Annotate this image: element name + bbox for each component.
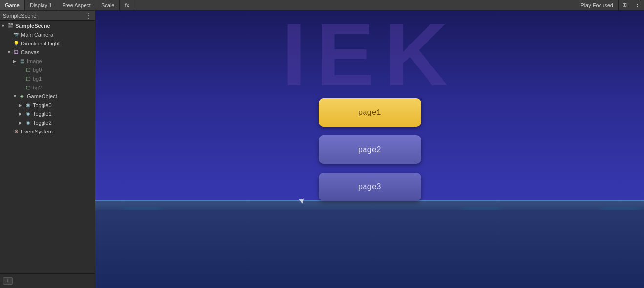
gameobject-icon: ◈ bbox=[19, 93, 25, 100]
main-area: SampleScene ⋮ ▼ 🎬 SampleScene 📷 Main Cam… bbox=[0, 11, 644, 288]
tab-fx[interactable]: fx bbox=[120, 0, 134, 10]
hierarchy-item-toggle2[interactable]: ▶ ◉ Toggle2 bbox=[0, 118, 95, 127]
page2-button[interactable]: page2 bbox=[319, 135, 421, 164]
tab-game[interactable]: Game bbox=[0, 0, 25, 10]
toggle1-icon: ◉ bbox=[24, 111, 31, 117]
expand-arrow-canvas: ▼ bbox=[7, 50, 12, 55]
hierarchy-more-icon[interactable]: ⋮ bbox=[85, 12, 92, 20]
hierarchy-item-eventsystem[interactable]: ⚙ EventSystem bbox=[0, 127, 95, 136]
add-object-button[interactable]: + bbox=[3, 277, 13, 285]
floor-main bbox=[95, 210, 644, 288]
canvas-icon: 🖼 bbox=[13, 49, 20, 56]
page-buttons-container: page1 page2 page3 bbox=[319, 98, 421, 201]
hierarchy-item-directional-light[interactable]: 💡 Directional Light bbox=[0, 39, 95, 48]
bg0-icon: ▢ bbox=[24, 66, 31, 73]
hierarchy-item-bg1[interactable]: ▢ bg1 bbox=[0, 74, 95, 83]
expand-arrow-gameobject: ▼ bbox=[13, 94, 18, 99]
eventsystem-icon: ⚙ bbox=[13, 128, 20, 135]
top-toolbar: Game Display 1 Free Aspect Scale fx Play… bbox=[0, 0, 644, 11]
tab-display[interactable]: Display 1 bbox=[25, 0, 57, 10]
hierarchy-panel: SampleScene ⋮ ▼ 🎬 SampleScene 📷 Main Cam… bbox=[0, 11, 95, 288]
bg1-icon: ▢ bbox=[24, 75, 31, 82]
hierarchy-item-canvas[interactable]: ▼ 🖼 Canvas bbox=[0, 48, 95, 57]
floor bbox=[95, 200, 644, 288]
page1-button[interactable]: page1 bbox=[319, 98, 421, 127]
scene-icon: 🎬 bbox=[7, 22, 14, 29]
hierarchy-item-bg0[interactable]: ▢ bg0 bbox=[0, 66, 95, 74]
hierarchy-item-toggle1[interactable]: ▶ ◉ Toggle1 bbox=[0, 110, 95, 118]
tab-aspect[interactable]: Free Aspect bbox=[57, 0, 96, 10]
expand-arrow-toggle2: ▶ bbox=[19, 120, 23, 125]
hierarchy-list: ▼ 🎬 SampleScene 📷 Main Camera 💡 Directio… bbox=[0, 21, 95, 273]
light-icon: 💡 bbox=[13, 40, 20, 47]
hierarchy-title: SampleScene bbox=[3, 13, 37, 19]
maximize-button[interactable]: ⊞ bbox=[619, 0, 631, 10]
page3-button[interactable]: page3 bbox=[319, 173, 421, 201]
hierarchy-item-samplescene[interactable]: ▼ 🎬 SampleScene bbox=[0, 22, 95, 30]
game-canvas: IEK bbox=[95, 11, 644, 288]
expand-arrow-toggle0: ▶ bbox=[19, 103, 23, 108]
floor-top bbox=[95, 200, 644, 210]
hierarchy-item-bg2[interactable]: ▢ bg2 bbox=[0, 83, 95, 92]
expand-arrow-scene: ▼ bbox=[1, 23, 6, 28]
toggle0-icon: ◉ bbox=[24, 102, 31, 109]
tab-scale[interactable]: Scale bbox=[96, 0, 120, 10]
bg2-icon: ▢ bbox=[24, 84, 31, 91]
tab-play-focused[interactable]: Play Focused bbox=[576, 0, 619, 10]
hierarchy-item-main-camera[interactable]: 📷 Main Camera bbox=[0, 30, 95, 39]
hierarchy-item-image[interactable]: ▶ ▤ Image bbox=[0, 57, 95, 66]
game-view: IEK bbox=[95, 11, 644, 288]
background-letters: IEK bbox=[281, 11, 457, 99]
more-options-button[interactable]: ⋮ bbox=[631, 0, 644, 10]
toggle2-icon: ◉ bbox=[24, 119, 31, 126]
hierarchy-item-gameobject[interactable]: ▼ ◈ GameObject bbox=[0, 92, 95, 101]
camera-icon: 📷 bbox=[13, 31, 20, 38]
hierarchy-item-toggle0[interactable]: ▶ ◉ Toggle0 bbox=[0, 101, 95, 110]
image-icon: ▤ bbox=[19, 58, 25, 65]
expand-arrow-toggle1: ▶ bbox=[19, 111, 23, 116]
hierarchy-bottom: + bbox=[0, 273, 95, 288]
hierarchy-header: SampleScene ⋮ bbox=[0, 11, 95, 21]
expand-arrow-image: ▶ bbox=[13, 59, 18, 64]
